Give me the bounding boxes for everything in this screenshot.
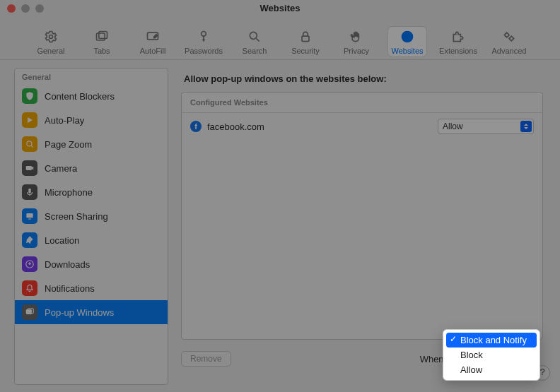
toolbar-passwords[interactable]: Passwords (185, 27, 223, 57)
hand-icon (349, 30, 363, 45)
toolbar-label: Websites (391, 47, 423, 55)
play-icon (22, 112, 37, 128)
dropdown-option-allow[interactable]: Allow (446, 362, 537, 377)
lock-icon (298, 30, 313, 45)
toolbar-label: Extensions (439, 47, 477, 55)
site-permission-value: Allow (443, 121, 463, 131)
toolbar-search[interactable]: Search (235, 27, 274, 57)
toolbar-label: Privacy (344, 47, 369, 55)
gears-icon (502, 30, 516, 45)
toolbar-websites[interactable]: Websites (388, 27, 426, 57)
svg-rect-12 (28, 189, 31, 194)
screen-icon (22, 208, 37, 224)
camera-icon (22, 160, 37, 176)
puzzle-icon (451, 30, 465, 45)
svg-rect-14 (28, 219, 31, 220)
window-title: Websites (260, 3, 301, 13)
svg-rect-13 (26, 213, 33, 218)
sidebar-item-notifications[interactable]: Notifications (15, 276, 168, 300)
dropdown-option-block-and-notify[interactable]: Block and Notify (446, 333, 537, 348)
sidebar-item-label: Location (45, 235, 79, 246)
shield-icon (22, 88, 37, 104)
minimize-icon[interactable] (21, 4, 30, 13)
sidebar-item-content-blockers[interactable]: Content Blockers (15, 84, 168, 108)
gear-icon (44, 30, 58, 45)
toolbar-tabs[interactable]: Tabs (83, 27, 121, 57)
sidebar-item-auto-play[interactable]: Auto-Play (15, 108, 168, 132)
configured-websites-box: Configured Websites f facebook.com Allow (181, 92, 543, 340)
sidebar-item-screen-sharing[interactable]: Screen Sharing (15, 204, 168, 228)
sidebar-item-label: Page Zoom (45, 139, 92, 150)
toolbar-general[interactable]: General (32, 27, 70, 57)
toolbar-label: Tabs (93, 47, 110, 55)
close-icon[interactable] (7, 4, 16, 13)
toolbar-advanced[interactable]: Advanced (490, 27, 528, 57)
sidebar-item-label: Notifications (45, 283, 95, 294)
window-controls (7, 4, 44, 13)
toolbar-label: AutoFill (140, 47, 166, 55)
svg-rect-6 (302, 36, 309, 41)
svg-rect-1 (97, 33, 105, 40)
sidebar-header: General (15, 69, 168, 84)
sidebar-item-microphone[interactable]: Microphone (15, 180, 168, 204)
sidebar-item-pop-up-windows[interactable]: Pop-up Windows (15, 300, 168, 324)
configured-header: Configured Websites (182, 93, 542, 113)
other-websites-dropdown[interactable]: Block and NotifyBlockAllow (443, 329, 540, 381)
search-icon (247, 30, 262, 45)
sidebar-item-camera[interactable]: Camera (15, 156, 168, 180)
dropdown-option-block[interactable]: Block (446, 348, 537, 362)
tabs-icon (95, 30, 109, 45)
location-arrow-icon (22, 232, 37, 248)
facebook-favicon-icon: f (190, 121, 202, 132)
sidebar-item-label: Microphone (45, 187, 93, 198)
titlebar: Websites (0, 0, 560, 17)
svg-point-5 (250, 32, 257, 39)
sidebar-item-label: Content Blockers (45, 91, 115, 102)
bell-icon (22, 280, 37, 296)
toolbar-label: Search (243, 47, 267, 55)
sidebar-item-label: Screen Sharing (45, 211, 108, 222)
panel-heading: Allow pop-up windows on the websites bel… (181, 68, 553, 91)
svg-rect-11 (26, 166, 32, 170)
sidebar-item-downloads[interactable]: Downloads (15, 252, 168, 276)
windows-icon (22, 304, 37, 320)
svg-point-4 (202, 32, 206, 37)
autofill-icon (146, 30, 160, 45)
sidebar-item-label: Downloads (45, 259, 90, 270)
magnifier-icon (22, 136, 37, 152)
site-row[interactable]: f facebook.com Allow (182, 113, 542, 140)
site-permission-select[interactable]: Allow (438, 119, 534, 134)
svg-point-9 (510, 37, 513, 40)
sidebar-item-location[interactable]: Location (15, 228, 168, 252)
key-icon (197, 30, 211, 45)
sidebar-item-label: Auto-Play (45, 115, 84, 126)
updown-arrows-icon (520, 121, 532, 132)
svg-rect-2 (99, 32, 107, 39)
site-name: facebook.com (207, 121, 432, 132)
download-icon (22, 256, 37, 272)
zoom-icon[interactable] (35, 4, 44, 13)
sidebar: General Content BlockersAuto-PlayPage Zo… (14, 68, 168, 385)
toolbar-security[interactable]: Security (286, 27, 325, 57)
preferences-window: Websites GeneralTabsAutoFillPasswordsSea… (0, 0, 560, 392)
svg-point-8 (505, 33, 508, 37)
toolbar-extensions[interactable]: Extensions (439, 27, 477, 57)
toolbar-label: Security (291, 47, 320, 55)
sidebar-item-page-zoom[interactable]: Page Zoom (15, 132, 168, 156)
sidebar-item-label: Camera (45, 163, 77, 174)
svg-point-10 (27, 141, 32, 146)
toolbar-label: Passwords (185, 47, 223, 55)
preferences-toolbar: GeneralTabsAutoFillPasswordsSearchSecuri… (0, 17, 560, 60)
remove-button[interactable]: Remove (181, 351, 231, 367)
toolbar-label: Advanced (492, 47, 527, 55)
svg-point-0 (49, 35, 53, 39)
toolbar-label: General (37, 47, 64, 55)
toolbar-privacy[interactable]: Privacy (337, 27, 375, 57)
microphone-icon (22, 184, 37, 200)
sidebar-item-label: Pop-up Windows (45, 307, 114, 318)
toolbar-autofill[interactable]: AutoFill (134, 27, 172, 57)
globe-icon (400, 30, 414, 45)
